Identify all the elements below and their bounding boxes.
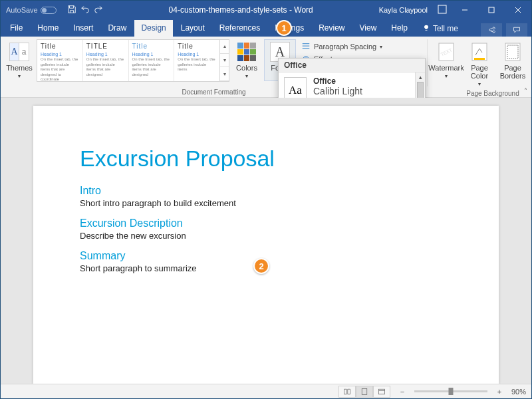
themes-button[interactable]: Aa Themes ▾ [3, 39, 35, 81]
account-icon[interactable] [433, 4, 452, 16]
window-controls [452, 1, 531, 19]
redo-icon[interactable] [94, 5, 103, 15]
ribbon-tabs: File Home Insert Draw Design Layout Refe… [1, 19, 531, 37]
paragraph-spacing-button[interactable]: Paragraph Spacing▾ [299, 41, 385, 52]
style-set-item[interactable]: TitleHeading 1On the Insert tab, the gal… [37, 40, 83, 81]
themes-icon: Aa [9, 43, 29, 61]
zoom-in-button[interactable]: + [494, 388, 505, 396]
chevron-down-icon: ▾ [478, 81, 481, 87]
zoom-level[interactable]: 90% [511, 388, 526, 396]
style-set-item[interactable]: TITLEHeading 1On the Insert tab, the gal… [83, 40, 129, 81]
callout-1: 1 [276, 20, 292, 36]
toggle-off-icon [41, 7, 57, 14]
page-color-icon [470, 42, 489, 62]
style-set-gallery[interactable]: TitleHeading 1On the Insert tab, the gal… [37, 39, 229, 82]
page-borders-icon [503, 42, 522, 62]
themes-label: Themes [6, 64, 33, 72]
ribbon: Aa Themes ▾ TitleHeading 1On the Insert … [1, 37, 531, 98]
gallery-scroll[interactable]: ▴▾▾ [219, 40, 229, 81]
watermark-icon: TEXT [437, 42, 456, 62]
share-button[interactable] [481, 23, 502, 37]
group-label-page-background: Page Background [430, 89, 529, 98]
svg-rect-10 [362, 388, 367, 394]
font-scheme-name: Office [313, 76, 362, 86]
maximize-button[interactable] [478, 1, 505, 19]
page: Excursion Proposal Intro Short intro par… [33, 106, 499, 384]
colors-icon [237, 43, 256, 61]
collapse-ribbon-button[interactable]: ˄ [524, 87, 527, 94]
colors-button[interactable]: Colors ▾ [231, 39, 263, 81]
tab-review[interactable]: Review [312, 20, 351, 37]
document-area[interactable]: Excursion Proposal Intro Short intro par… [1, 98, 531, 384]
style-set-item[interactable]: TitleHeading 1On the Insert tab, the gal… [129, 40, 175, 81]
page-color-label: Page Color [466, 64, 493, 80]
tab-draw[interactable]: Draw [101, 20, 133, 37]
zoom-slider[interactable] [414, 390, 487, 392]
zoom-out-button[interactable]: − [397, 388, 408, 396]
user-name: Kayla Claypool [374, 6, 433, 14]
save-icon[interactable] [67, 5, 76, 15]
read-mode-button[interactable] [338, 386, 356, 398]
svg-rect-7 [474, 58, 485, 60]
heading-intro: Intro [80, 185, 452, 197]
font-heading-name: Calibri Light [313, 86, 362, 96]
tab-layout[interactable]: Layout [174, 20, 211, 37]
title-bar: AutoSave 04-custom-themes-and-style-sets… [1, 1, 531, 19]
page-borders-label: Page Borders [499, 64, 527, 80]
tell-me-label: Tell me [433, 24, 458, 33]
svg-rect-1 [489, 7, 494, 13]
tab-references[interactable]: References [213, 20, 267, 37]
tab-home[interactable]: Home [31, 20, 65, 37]
document-title: 04-custom-themes-and-style-sets - Word [108, 5, 374, 15]
paragraph-description: Describe the new excursion [80, 231, 452, 241]
page-borders-button[interactable]: Page Borders [497, 39, 529, 82]
comments-button[interactable] [506, 23, 527, 37]
paragraph-spacing-icon [301, 42, 311, 51]
heading-description: Excursion Description [80, 217, 452, 229]
tab-help[interactable]: Help [384, 20, 414, 37]
svg-rect-11 [378, 389, 384, 394]
chevron-down-icon: ▾ [445, 73, 448, 79]
chevron-down-icon: ▾ [18, 73, 21, 79]
watermark-button[interactable]: TEXT Watermark ▾ [430, 39, 462, 81]
fonts-dropdown-header: Office [279, 59, 425, 72]
tab-design[interactable]: Design [134, 20, 172, 37]
autosave-toggle[interactable]: AutoSave [1, 6, 62, 14]
tab-insert[interactable]: Insert [66, 20, 100, 37]
svg-rect-0 [438, 5, 446, 13]
minimize-button[interactable] [452, 1, 478, 19]
doc-title: Excursion Proposal [80, 146, 452, 172]
colors-label: Colors [236, 64, 257, 72]
paragraph-intro: Short intro paragraph to build excitemen… [80, 198, 452, 208]
undo-icon[interactable] [80, 5, 90, 15]
quick-access-toolbar [62, 5, 108, 15]
tab-view[interactable]: View [353, 20, 384, 37]
watermark-label: Watermark [428, 64, 464, 72]
status-bar: − + 90% [1, 384, 531, 398]
close-button[interactable] [505, 1, 531, 19]
callout-2: 2 [253, 258, 269, 274]
autosave-label: AutoSave [6, 6, 38, 14]
paragraph-spacing-label: Paragraph Spacing [314, 43, 376, 51]
chevron-down-icon: ▾ [245, 73, 248, 79]
tab-file[interactable]: File [3, 20, 29, 37]
print-layout-button[interactable] [356, 386, 373, 398]
web-layout-button[interactable] [373, 386, 390, 398]
tell-me-search[interactable]: Tell me [416, 21, 465, 37]
page-color-button[interactable]: Page Color ▾ [464, 39, 495, 89]
